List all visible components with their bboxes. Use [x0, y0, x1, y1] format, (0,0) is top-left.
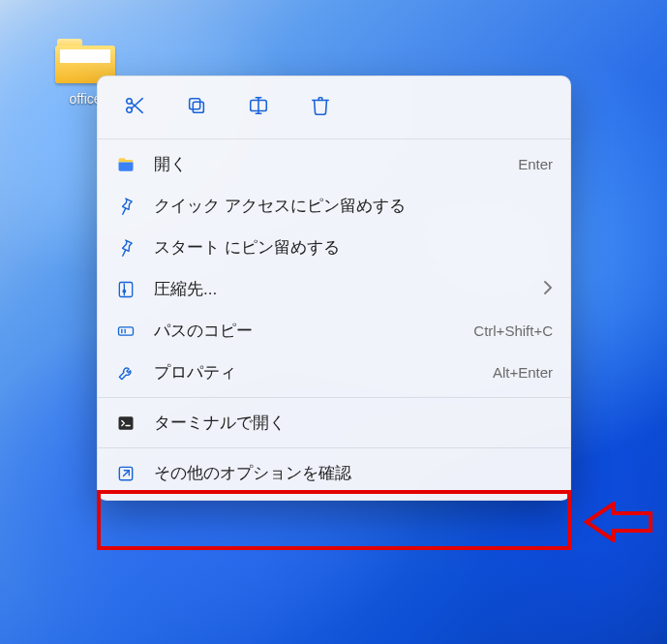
- svg-line-19: [124, 470, 130, 475]
- svg-rect-10: [119, 282, 132, 296]
- more-options-icon: [115, 463, 136, 484]
- zip-icon: [115, 279, 136, 300]
- delete-button[interactable]: [303, 90, 338, 125]
- context-menu-top-row: [98, 77, 570, 135]
- copy-icon: [186, 95, 207, 120]
- menu-item-label: 開く: [154, 153, 500, 175]
- menu-item-label: ターミナルで開く: [154, 412, 553, 434]
- menu-item-label: その他のオプションを確認: [154, 462, 553, 484]
- menu-separator: [98, 397, 570, 398]
- rename-button[interactable]: [241, 90, 276, 125]
- menu-item-label: プロパティ: [154, 361, 475, 383]
- menu-item-label: クイック アクセスにピン留めする: [154, 195, 553, 217]
- wrench-icon: [115, 362, 136, 383]
- menu-item-label: 圧縮先...: [154, 278, 526, 300]
- menu-item-label: パスのコピー: [154, 320, 456, 342]
- scissors-icon: [124, 95, 145, 120]
- copy-path-icon: [115, 321, 136, 342]
- cut-button[interactable]: [117, 90, 152, 125]
- menu-separator: [98, 138, 570, 139]
- menu-item-label: スタート にピン留めする: [154, 236, 553, 259]
- menu-item-properties[interactable]: プロパティ Alt+Enter: [98, 352, 570, 393]
- svg-rect-16: [119, 416, 134, 429]
- pin-icon: [115, 196, 136, 217]
- menu-item-compress[interactable]: 圧縮先...: [98, 268, 570, 310]
- menu-item-shortcut: Alt+Enter: [493, 364, 553, 381]
- chevron-right-icon: [543, 281, 553, 297]
- menu-item-show-more-options[interactable]: その他のオプションを確認: [98, 452, 570, 494]
- svg-rect-4: [193, 102, 203, 112]
- trash-icon: [310, 95, 331, 120]
- context-menu: 開く Enter クイック アクセスにピン留めする スタート にピン留めする 圧…: [97, 76, 571, 501]
- menu-item-copy-path[interactable]: パスのコピー Ctrl+Shift+C: [98, 310, 570, 352]
- menu-item-shortcut: Enter: [518, 156, 553, 172]
- menu-item-pin-start[interactable]: スタート にピン留めする: [98, 227, 570, 268]
- annotation-arrow-icon: [583, 502, 652, 546]
- rename-icon: [248, 95, 269, 120]
- menu-item-pin-quick-access[interactable]: クイック アクセスにピン留めする: [98, 185, 570, 227]
- svg-rect-5: [190, 99, 200, 109]
- menu-separator: [98, 447, 570, 448]
- terminal-icon: [115, 413, 136, 434]
- copy-button[interactable]: [179, 90, 214, 125]
- svg-rect-13: [119, 326, 134, 334]
- pin-icon: [115, 237, 136, 259]
- menu-item-open[interactable]: 開く Enter: [98, 143, 570, 185]
- folder-open-icon: [115, 154, 136, 175]
- menu-item-open-terminal[interactable]: ターミナルで開く: [98, 402, 570, 444]
- menu-item-shortcut: Ctrl+Shift+C: [473, 322, 553, 339]
